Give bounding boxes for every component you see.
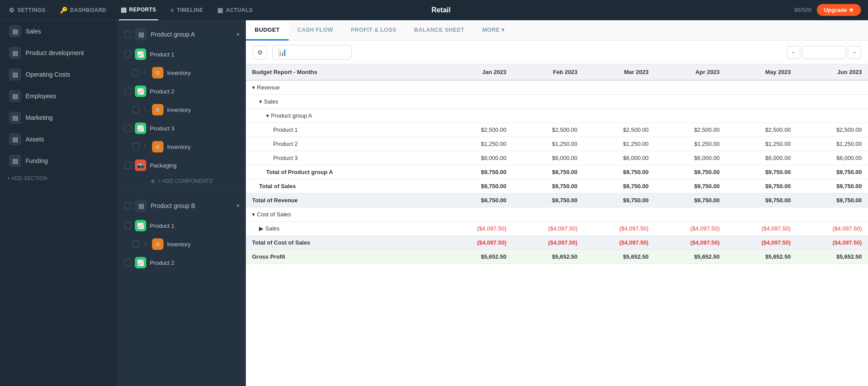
product-dev-icon: ▤ [9, 47, 21, 59]
prev-year-button[interactable]: ← [787, 46, 800, 59]
collapse-icon[interactable]: ▾ [266, 112, 269, 119]
inventory-b1-icon: ⚙ [152, 238, 163, 250]
inventory-b1-checkbox[interactable] [132, 241, 139, 248]
panel-divider [118, 191, 245, 192]
main-layout: ▤ Sales ▤ Product development ▤ Operatin… [0, 20, 868, 386]
actuals-icon: ▦ [217, 7, 223, 14]
inventory-a2-checkbox[interactable] [132, 106, 139, 113]
row-value: $1,250.00 [512, 137, 583, 151]
sidebar-item-operating-costs[interactable]: ▤ Operating Costs [2, 64, 116, 85]
tab-cash-flow[interactable]: CASH FLOW [289, 20, 342, 41]
col-feb: Feb 2023 [512, 64, 583, 80]
product-b2-checkbox[interactable] [124, 259, 131, 266]
row-value: ($4,097.50) [512, 236, 583, 250]
settings-gear-button[interactable]: ⚙ [253, 45, 267, 59]
inventory-a2-icon: ⚙ [152, 104, 163, 115]
middle-packaging[interactable]: 📷 Packaging [118, 156, 245, 174]
row-value: $6,000.00 [797, 151, 868, 165]
middle-product-b1[interactable]: 📈 Product 1 [118, 216, 245, 235]
middle-product-a1[interactable]: 📈 Product 1 [118, 45, 245, 63]
row-value: $6,000.00 [584, 151, 655, 165]
product-a1-checkbox[interactable] [124, 51, 131, 58]
upgrade-button[interactable]: Upgrade ★ [817, 4, 861, 16]
product-a3-checkbox[interactable] [124, 125, 131, 132]
middle-inventory-a3[interactable]: └ ⚙ Inventory [118, 137, 245, 156]
row-value [797, 208, 868, 222]
next-year-button[interactable]: → [848, 46, 861, 59]
product-b1-checkbox[interactable] [124, 222, 131, 229]
inventory-a1-checkbox[interactable] [132, 69, 139, 76]
row-value: $9,750.00 [655, 179, 726, 193]
row-value: $1,250.00 [726, 137, 797, 151]
sidebar-item-marketing[interactable]: ▤ Marketing [2, 107, 116, 128]
tab-more[interactable]: MORE ▾ [473, 20, 513, 41]
tab-balance-sheet[interactable]: BALANCE SHEET [405, 20, 473, 41]
row-value: ($4,097.50) [441, 222, 512, 236]
left-sidebar: ▤ Sales ▤ Product development ▤ Operatin… [0, 20, 118, 386]
sidebar-item-funding[interactable]: ▤ Funding [2, 150, 116, 171]
sidebar-item-assets[interactable]: ▤ Assets [2, 129, 116, 150]
product-b1-icon: 📈 [135, 220, 146, 231]
collapse-icon[interactable]: ▶ [259, 225, 263, 232]
row-value: $9,750.00 [584, 179, 655, 193]
product-a2-checkbox[interactable] [124, 88, 131, 95]
group-a-header[interactable]: ▤ Product group A ▾ [118, 24, 245, 45]
year-navigation: ← 2023 ▾ → [787, 46, 861, 59]
year-dropdown[interactable]: 2023 ▾ [802, 46, 846, 59]
row-value: $2,500.00 [512, 123, 583, 137]
row-value: ($4,097.50) [584, 222, 655, 236]
col-mar: Mar 2023 [584, 64, 655, 80]
table-row: Total of Revenue$9,750.00$9,750.00$9,750… [246, 193, 868, 208]
table-row: Product 2$1,250.00$1,250.00$1,250.00$1,2… [246, 137, 868, 151]
nav-timeline[interactable]: ≡ TIMELINE [169, 0, 205, 20]
nav-reports[interactable]: ▤ REPORTS [119, 0, 158, 20]
row-value: ($4,097.50) [726, 222, 797, 236]
row-value: $9,750.00 [797, 165, 868, 179]
sidebar-item-sales[interactable]: ▤ Sales [2, 21, 116, 42]
row-value: $1,250.00 [655, 137, 726, 151]
row-value: $9,750.00 [441, 179, 512, 193]
middle-product-a2[interactable]: 📈 Product 2 [118, 82, 245, 100]
packaging-checkbox[interactable] [124, 162, 131, 169]
row-value [512, 80, 583, 95]
col-jan: Jan 2023 [441, 64, 512, 80]
row-value: $9,750.00 [655, 193, 726, 208]
row-value [655, 80, 726, 95]
collapse-icon[interactable]: ▾ [252, 84, 255, 91]
group-b-header[interactable]: ▤ Product group B ▾ [118, 195, 245, 216]
row-value: $1,250.00 [441, 137, 512, 151]
assets-icon: ▤ [9, 133, 21, 145]
tab-budget[interactable]: BUDGET [246, 20, 289, 41]
row-label: Gross Profit [246, 250, 441, 264]
collapse-icon[interactable]: ▾ [252, 211, 255, 218]
row-label: ▶Sales [246, 222, 441, 236]
operating-costs-icon: ▤ [9, 68, 21, 81]
group-a-checkbox[interactable] [124, 31, 131, 38]
nav-actuals[interactable]: ▦ ACTUALS [215, 0, 254, 20]
row-value: $9,750.00 [441, 165, 512, 179]
table-row: Product 3$6,000.00$6,000.00$6,000.00$6,0… [246, 151, 868, 165]
tabs-bar: BUDGET CASH FLOW PROFIT & LOSS BALANCE S… [246, 20, 868, 41]
tab-profit-loss[interactable]: PROFIT & LOSS [342, 20, 405, 41]
middle-inventory-a2[interactable]: └ ⚙ Inventory [118, 100, 245, 119]
add-components-a[interactable]: ⊕ + ADD COMPONENTS [118, 174, 245, 188]
product-a1-icon: 📈 [135, 48, 146, 60]
nav-dashboard[interactable]: 🔑 DASHBOARD [58, 0, 108, 20]
group-b-checkbox[interactable] [124, 202, 131, 209]
row-value: $9,750.00 [655, 165, 726, 179]
row-value [512, 109, 583, 123]
nav-settings[interactable]: ⚙ SETTINGS [7, 0, 48, 20]
forecast-dropdown[interactable]: 📊 Forecast ▾ [272, 45, 352, 59]
sidebar-item-product-development[interactable]: ▤ Product development [2, 42, 116, 63]
add-section-button[interactable]: + ADD SECTION [0, 172, 118, 185]
budget-table: Budget Report - Months Jan 2023 Feb 2023… [246, 64, 868, 264]
middle-product-a3[interactable]: 📈 Product 3 [118, 119, 245, 137]
sidebar-item-employees[interactable]: ▤ Employees [2, 85, 116, 107]
middle-inventory-b1[interactable]: └ ⚙ Inventory [118, 235, 245, 253]
row-label: ▾Sales [246, 95, 441, 109]
inventory-a3-checkbox[interactable] [132, 143, 139, 150]
collapse-icon[interactable]: ▾ [259, 98, 262, 105]
middle-product-b2[interactable]: 📈 Product 2 [118, 253, 245, 272]
app-name: Retail [431, 6, 451, 14]
middle-inventory-a1[interactable]: └ ⚙ Inventory [118, 63, 245, 82]
